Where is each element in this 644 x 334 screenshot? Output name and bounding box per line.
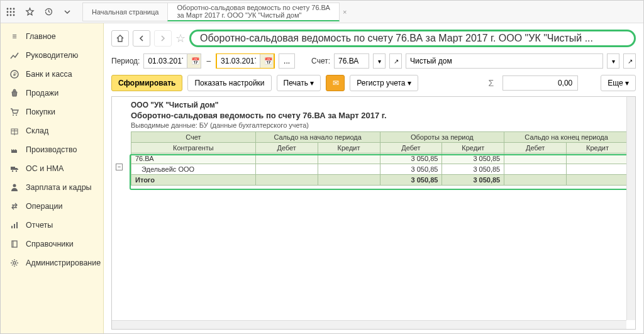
org-input[interactable]	[406, 53, 603, 69]
register-button[interactable]: Регистр учета ▾	[350, 75, 418, 91]
sum-icon: Σ	[485, 78, 498, 88]
svg-rect-18	[14, 224, 15, 228]
ruble-icon: ₽	[9, 69, 19, 79]
history-icon[interactable]	[43, 7, 53, 17]
sidebar-item-purchases[interactable]: Покупки	[1, 103, 103, 121]
sidebar-item-admin[interactable]: Администрирование	[1, 253, 103, 272]
th-turn-debit: Дебет	[380, 143, 442, 153]
svg-point-5	[13, 11, 15, 13]
content: ☆ Оборотно-сальдовая ведомость по счету …	[104, 23, 643, 333]
svg-point-6	[7, 14, 9, 16]
sidebar-item-main[interactable]: ≡Главное	[1, 27, 103, 46]
org-dropdown-icon[interactable]: ▾	[607, 53, 619, 69]
sidebar-item-sales[interactable]: Продажи	[1, 84, 103, 103]
truck-icon	[9, 164, 19, 174]
svg-point-2	[13, 8, 15, 9]
swap-icon	[9, 201, 19, 211]
sidebar-item-operations[interactable]: Операции	[1, 197, 103, 216]
table-total-row: Итого 3 050,85 3 050,85	[131, 175, 629, 186]
report-org: ООО "УК "Чистый дом"	[131, 101, 629, 109]
tab-start[interactable]: Начальная страница	[82, 3, 168, 21]
account-label: Счет:	[311, 57, 330, 65]
account-input[interactable]	[334, 53, 369, 69]
report-subtitle: Выводимые данные: БУ (данные бухгалтерск…	[131, 121, 629, 129]
th-account: Счет	[131, 132, 256, 143]
report-table: Счет Сальдо на начало периода Обороты за…	[131, 131, 629, 186]
sidebar-item-catalogs[interactable]: Справочники	[1, 235, 103, 253]
svg-rect-19	[16, 222, 18, 228]
top-ribbon: Начальная страница Оборотно-сальдовая ве…	[1, 1, 643, 23]
report-area: − ООО "УК "Чистый дом" Оборотно-сальдова…	[111, 96, 636, 330]
sidebar-item-production[interactable]: Производство	[1, 140, 103, 159]
bag-icon	[9, 88, 19, 98]
tab-close-icon[interactable]: ×	[343, 8, 347, 16]
th-opening: Сальдо на начало периода	[255, 132, 380, 143]
svg-point-8	[13, 14, 15, 16]
calendar-from-icon[interactable]: 📅	[187, 54, 201, 68]
th-close-debit: Дебет	[504, 143, 567, 153]
tab-report[interactable]: Оборотно-сальдовая ведомость по счету 76…	[167, 3, 339, 21]
book-icon	[9, 239, 19, 249]
favorite-icon[interactable]: ☆	[175, 31, 186, 45]
forward-button[interactable]	[154, 30, 172, 47]
sum-box[interactable]	[502, 75, 578, 91]
factory-icon	[9, 145, 19, 155]
settings-button[interactable]: Показать настройки	[187, 75, 271, 91]
svg-point-0	[7, 8, 9, 9]
date-to-box[interactable]: 📅	[216, 53, 275, 69]
svg-point-21	[13, 262, 16, 264]
th-counterparty: Контрагенты	[131, 143, 256, 153]
apps-icon[interactable]	[6, 7, 16, 17]
vertical-scrollbar[interactable]	[626, 97, 635, 320]
table-row[interactable]: Эдельвейс ООО 3 050,85 3 050,85	[131, 164, 629, 175]
table-row[interactable]: 76.ВА 3 050,85 3 050,85	[131, 153, 629, 164]
mail-button[interactable]: ✉	[326, 75, 345, 91]
account-open-icon[interactable]: ↗	[389, 53, 402, 69]
dash: –	[205, 57, 212, 65]
org-open-icon[interactable]: ↗	[623, 53, 636, 69]
bars-icon	[9, 220, 19, 230]
svg-point-11	[13, 114, 14, 116]
period-picker-button[interactable]: ...	[279, 53, 295, 69]
svg-point-3	[7, 11, 9, 13]
cart-icon	[9, 107, 19, 117]
chart-icon	[9, 50, 19, 60]
report-title: Оборотно-сальдовая ведомость по счету 76…	[131, 111, 629, 120]
svg-point-14	[12, 170, 13, 172]
form-button[interactable]: Сформировать	[111, 75, 182, 91]
date-from-box[interactable]: 📅	[143, 53, 201, 69]
box-icon	[9, 126, 19, 136]
sidebar-item-reports[interactable]: Отчеты	[1, 216, 103, 235]
th-closing: Сальдо на конец периода	[504, 132, 629, 143]
date-to-input[interactable]	[217, 54, 260, 68]
sidebar-item-salary[interactable]: Зарплата и кадры	[1, 178, 103, 197]
person-icon	[9, 182, 19, 192]
calendar-to-icon[interactable]: 📅	[260, 54, 274, 68]
sidebar-item-assets[interactable]: ОС и НМА	[1, 159, 103, 178]
chevron-down-icon[interactable]	[62, 7, 72, 17]
horizontal-scrollbar[interactable]	[112, 320, 626, 329]
home-button[interactable]	[111, 30, 129, 47]
svg-rect-17	[11, 226, 13, 228]
star-icon[interactable]	[25, 7, 35, 17]
th-close-credit: Кредит	[567, 143, 629, 153]
date-from-input[interactable]	[144, 54, 187, 68]
svg-point-7	[10, 14, 12, 16]
svg-point-4	[10, 11, 12, 13]
svg-rect-20	[12, 241, 17, 247]
menu-icon: ≡	[9, 31, 19, 42]
print-button[interactable]: Печать ▾	[277, 75, 321, 91]
back-button[interactable]	[133, 30, 150, 47]
more-button[interactable]: Еще ▾	[601, 75, 636, 91]
account-dropdown-icon[interactable]: ▾	[373, 53, 386, 69]
sidebar-item-bank[interactable]: ₽Банк и касса	[1, 65, 103, 84]
svg-point-1	[10, 8, 12, 9]
sidebar-item-manager[interactable]: Руководителю	[1, 46, 103, 65]
svg-point-15	[16, 170, 17, 172]
th-open-debit: Дебет	[255, 143, 318, 153]
th-turn-credit: Кредит	[442, 143, 504, 153]
tree-collapse-icon[interactable]: −	[116, 164, 123, 170]
sidebar: ≡Главное Руководителю ₽Банк и касса Прод…	[1, 23, 104, 333]
sidebar-item-warehouse[interactable]: Склад	[1, 121, 103, 140]
th-turnover: Обороты за период	[380, 132, 504, 143]
